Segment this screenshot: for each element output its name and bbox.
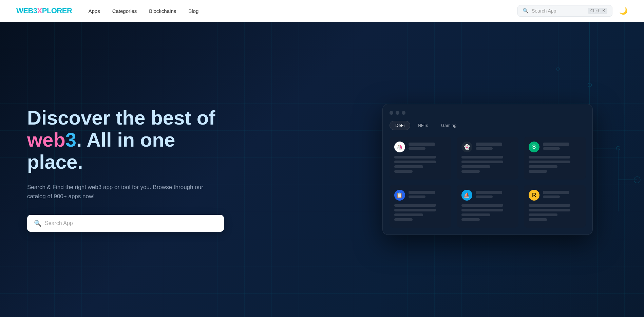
hero-heading: Discover the best of web3. All in one pl… bbox=[27, 107, 352, 173]
skeleton bbox=[394, 218, 413, 221]
hero-subtext: Search & Find the right web3 app or tool… bbox=[27, 183, 217, 201]
svg-point-9 bbox=[556, 68, 560, 71]
logo[interactable]: WEB3XPLORER bbox=[16, 6, 72, 15]
skeleton bbox=[543, 191, 569, 194]
hero-search-bar[interactable]: 🔍 bbox=[27, 215, 224, 232]
hero-right: DeFi NFTs Gaming 🦄 bbox=[352, 104, 617, 235]
window-dot-3 bbox=[402, 111, 405, 115]
hero-search-input[interactable] bbox=[45, 220, 217, 226]
skeleton bbox=[529, 204, 570, 207]
skeleton bbox=[394, 213, 423, 216]
skeleton bbox=[476, 147, 493, 150]
window-tabs: DeFi NFTs Gaming bbox=[390, 121, 586, 130]
skeleton bbox=[461, 156, 503, 158]
app-card-1[interactable]: 🦄 bbox=[390, 137, 451, 180]
nav-link-blog[interactable]: Blog bbox=[188, 8, 198, 14]
skeleton bbox=[461, 170, 480, 173]
navbar: WEB3XPLORER Apps Categories Blockchains … bbox=[0, 0, 644, 22]
hero-web: web bbox=[27, 129, 65, 151]
skeleton bbox=[409, 191, 435, 194]
skeleton bbox=[543, 147, 560, 150]
skeleton bbox=[409, 147, 425, 150]
app-icon-3: S bbox=[529, 142, 539, 152]
app-card-5-header: ⛵ bbox=[461, 190, 514, 201]
skeleton bbox=[529, 213, 557, 216]
skeleton bbox=[461, 218, 480, 221]
logo-web3: WEB3 bbox=[16, 6, 37, 15]
app-card-6[interactable]: R bbox=[524, 185, 586, 228]
card-6-lines bbox=[529, 204, 581, 221]
app-window: DeFi NFTs Gaming 🦄 bbox=[382, 104, 593, 235]
app-card-1-header: 🦄 bbox=[394, 142, 447, 152]
card-5-lines bbox=[461, 204, 514, 221]
card-4-lines bbox=[394, 204, 447, 221]
app-card-4-header: 📋 bbox=[394, 190, 447, 201]
hero-heading-line3: place. bbox=[27, 151, 83, 173]
hero-heading-line2: . All in one bbox=[76, 129, 175, 151]
skeleton bbox=[409, 195, 425, 198]
skeleton bbox=[543, 195, 560, 198]
skeleton bbox=[394, 209, 436, 211]
nav-links: Apps Categories Blockchains Blog bbox=[88, 8, 517, 14]
skeleton bbox=[461, 165, 490, 168]
skeleton bbox=[394, 170, 413, 173]
window-controls bbox=[390, 111, 586, 115]
skeleton bbox=[394, 204, 436, 207]
window-dot-1 bbox=[390, 111, 393, 115]
skeleton bbox=[529, 218, 547, 221]
skeleton bbox=[529, 165, 557, 168]
skeleton bbox=[476, 143, 502, 146]
app-icon-1: 🦄 bbox=[394, 142, 405, 152]
skeleton bbox=[461, 209, 503, 211]
hero-left: Discover the best of web3. All in one pl… bbox=[27, 107, 352, 231]
svg-point-1 bbox=[588, 83, 591, 87]
navbar-search-placeholder: Search App bbox=[532, 8, 585, 14]
dark-mode-toggle[interactable]: 🌙 bbox=[619, 7, 628, 15]
nav-link-apps[interactable]: Apps bbox=[88, 8, 100, 14]
card-1-lines bbox=[394, 156, 447, 173]
skeleton bbox=[529, 170, 547, 173]
tab-defi[interactable]: DeFi bbox=[390, 121, 410, 130]
logo-x: X bbox=[37, 6, 42, 15]
kbd-shortcut: Ctrl K bbox=[588, 8, 607, 14]
app-card-3-header: S bbox=[529, 142, 581, 152]
app-card-6-header: R bbox=[529, 190, 581, 201]
app-card-4[interactable]: 📋 bbox=[390, 185, 451, 228]
skeleton bbox=[476, 191, 502, 194]
hero-3: 3 bbox=[65, 129, 76, 151]
window-dot-2 bbox=[396, 111, 399, 115]
nav-link-blockchains[interactable]: Blockchains bbox=[149, 8, 176, 14]
logo-plorer: PLORER bbox=[42, 6, 72, 15]
skeleton bbox=[394, 156, 436, 158]
search-icon: 🔍 bbox=[523, 8, 529, 14]
skeleton bbox=[394, 161, 436, 163]
skeleton bbox=[461, 213, 490, 216]
skeleton bbox=[529, 209, 570, 211]
skeleton bbox=[409, 143, 435, 146]
app-icon-6: R bbox=[529, 190, 539, 201]
card-3-lines bbox=[529, 156, 581, 173]
app-card-2-header: 👻 bbox=[461, 142, 514, 152]
app-icon-5: ⛵ bbox=[461, 190, 472, 201]
skeleton bbox=[461, 161, 503, 163]
skeleton bbox=[461, 204, 503, 207]
hero-heading-line1: Discover the best of bbox=[27, 107, 215, 129]
app-card-2[interactable]: 👻 bbox=[457, 137, 518, 180]
card-2-lines bbox=[461, 156, 514, 173]
app-card-3[interactable]: S bbox=[524, 137, 586, 180]
nav-link-categories[interactable]: Categories bbox=[112, 8, 137, 14]
skeleton bbox=[476, 195, 493, 198]
tab-gaming[interactable]: Gaming bbox=[436, 121, 462, 130]
skeleton bbox=[543, 143, 569, 146]
navbar-search-bar[interactable]: 🔍 Search App Ctrl K bbox=[517, 5, 612, 17]
skeleton bbox=[529, 161, 570, 163]
skeleton bbox=[394, 165, 423, 168]
app-icon-2: 👻 bbox=[461, 142, 472, 152]
search-icon: 🔍 bbox=[34, 220, 41, 227]
app-grid: 🦄 👻 bbox=[390, 137, 586, 228]
app-card-5[interactable]: ⛵ bbox=[457, 185, 518, 228]
hero-section: Discover the best of web3. All in one pl… bbox=[0, 22, 644, 317]
app-icon-4: 📋 bbox=[394, 190, 405, 201]
svg-point-6 bbox=[634, 176, 640, 183]
tab-nfts[interactable]: NFTs bbox=[412, 121, 433, 130]
